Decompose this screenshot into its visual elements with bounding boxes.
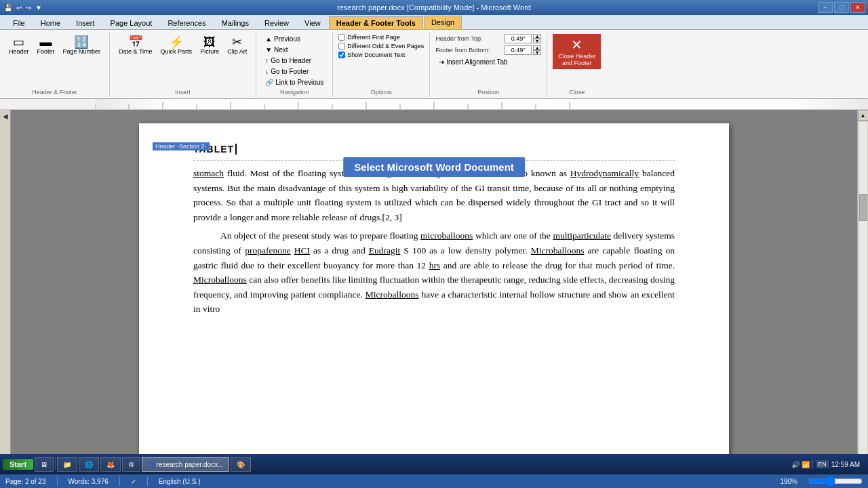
clip-art-icon: ✂ <box>232 36 242 48</box>
tab-design[interactable]: Design <box>424 16 462 29</box>
title-bar: 💾 ↩ ↪ ▼ research paper.docx [Compatibili… <box>0 0 868 15</box>
header-spin-up[interactable]: ▲ <box>533 34 541 39</box>
page-number-btn[interactable]: 🔢 Page Number <box>60 34 104 57</box>
ribbon-nav-items: ▲ Previous ▼ Next ↑ Go to Header ↓ Go to… <box>262 34 327 87</box>
underline-hci: HCI <box>294 245 310 256</box>
link-to-previous-btn[interactable]: 🔗 Link to Previous <box>262 77 327 87</box>
underline-microballoons2: Microballoons <box>531 245 585 256</box>
taskbar-ie[interactable]: 🌐 <box>79 457 99 472</box>
document-header: Header -Section 2- TABLET Select Microso… <box>193 144 675 161</box>
header-spin-down[interactable]: ▼ <box>533 39 541 43</box>
body-paragraph-2: An object of the present study was to pr… <box>193 228 675 317</box>
different-first-page-checkbox[interactable] <box>338 34 345 41</box>
date-icon: 📅 <box>128 36 143 48</box>
select-popup[interactable]: Select Microsoft Word Document <box>343 157 525 177</box>
ribbon-tab-bar: File Home Insert Page Layout References … <box>0 15 868 30</box>
close-header-footer-btn[interactable]: ✕ Close Headerand Footer <box>553 34 601 69</box>
options-checkboxes: Different First Page Different Odd & Eve… <box>338 34 424 58</box>
header-from-top-row: Header from Top: ▲ ▼ <box>435 34 541 43</box>
status-sep-3 <box>147 476 148 486</box>
tab-view[interactable]: View <box>297 16 328 29</box>
header-icon: ▭ <box>13 36 24 48</box>
scroll-thumb[interactable] <box>859 194 867 221</box>
taskbar-word[interactable]: W research paper.docx... <box>142 457 229 472</box>
clock-time: 12:59 AM <box>831 461 860 468</box>
left-sidebar-toggle[interactable]: ◀ <box>3 113 8 120</box>
zoom-slider[interactable] <box>808 478 863 485</box>
scroll-track[interactable] <box>859 122 867 481</box>
left-sidebar: ◀ <box>0 110 11 488</box>
maximize-btn[interactable]: □ <box>834 2 849 13</box>
date-time-btn[interactable]: 📅 Date & Time <box>115 34 156 57</box>
taskbar-firefox[interactable]: 🦊 <box>100 457 121 472</box>
tab-insert[interactable]: Insert <box>68 16 102 29</box>
scroll-up-arrow[interactable]: ▲ <box>858 110 869 121</box>
different-first-page-option[interactable]: Different First Page <box>338 34 424 41</box>
footer-icon: ▬ <box>40 36 52 48</box>
different-odd-even-option[interactable]: Different Odd & Even Pages <box>338 43 424 49</box>
underline-multiparticulate: multiparticulate <box>553 230 610 241</box>
main-area: ◀ Header -Section 2- TABLET Select Micro… <box>0 110 868 488</box>
insert-alignment-tab-btn[interactable]: ⇥ Insert Alignment Tab <box>435 57 541 67</box>
word-count: Words: 3,976 <box>68 478 108 485</box>
close-btn[interactable]: ✕ <box>850 2 865 13</box>
header-section-label: Header -Section 2- <box>153 142 210 150</box>
ribbon-group-insert: 📅 Date & Time ⚡ Quick Parts 🖼 Picture ✂ … <box>110 33 256 97</box>
ribbon-group-navigation: ▲ Previous ▼ Next ↑ Go to Header ↓ Go to… <box>256 33 333 97</box>
go-to-header-btn[interactable]: ↑ Go to Header <box>262 56 327 66</box>
undo-quick-btn[interactable]: ↩ <box>15 4 23 12</box>
taskbar-ms-paint[interactable]: 🎨 <box>231 457 251 472</box>
show-document-text-option[interactable]: Show Document Text <box>338 52 424 58</box>
minimize-btn[interactable]: − <box>818 2 833 13</box>
picture-btn[interactable]: 🖼 Picture <box>197 34 222 57</box>
tab-review[interactable]: Review <box>257 16 296 29</box>
quick-parts-btn[interactable]: ⚡ Quick Parts <box>157 34 196 57</box>
language-indicator[interactable]: English (U.S.) <box>159 478 201 485</box>
taskbar-explorer[interactable]: 📁 <box>57 457 77 472</box>
ribbon-group-header-footer: ▭ Header ▬ Footer 🔢 Page Number Header &… <box>0 33 110 97</box>
clip-art-btn[interactable]: ✂ Clip Art <box>224 34 250 57</box>
previous-btn[interactable]: ▲ Previous <box>262 34 327 44</box>
language-tray[interactable]: EN <box>816 460 829 468</box>
page-indicator: Page: 2 of 23 <box>5 478 46 485</box>
taskbar-show-desktop[interactable]: 🖥 <box>35 457 54 472</box>
footer-from-bottom-input[interactable] <box>505 45 532 55</box>
quick-parts-icon: ⚡ <box>169 36 184 48</box>
tab-header-footer-tools[interactable]: Header & Footer Tools <box>329 16 423 29</box>
dropdown-quick-btn[interactable]: ▼ <box>34 4 43 12</box>
ribbon-hf-items: ▭ Header ▬ Footer 🔢 Page Number <box>5 34 104 57</box>
tab-home[interactable]: Home <box>33 16 68 29</box>
clock: 12:59 AM <box>831 461 860 468</box>
page-number-icon: 🔢 <box>74 36 89 48</box>
footer-btn[interactable]: ▬ Footer <box>34 34 58 57</box>
spell-check-indicator[interactable]: ✓ <box>131 478 136 485</box>
insert-group-label: Insert <box>115 87 250 96</box>
go-footer-icon: ↓ <box>265 68 269 75</box>
redo-quick-btn[interactable]: ↪ <box>24 4 33 12</box>
go-to-footer-btn[interactable]: ↓ Go to Footer <box>262 66 327 77</box>
footer-spin-down[interactable]: ▼ <box>533 50 541 55</box>
status-bar: Page: 2 of 23 Words: 3,976 ✓ English (U.… <box>0 474 868 488</box>
tab-mailings[interactable]: Mailings <box>214 16 256 29</box>
show-document-text-checkbox[interactable] <box>338 52 345 58</box>
ribbon-group-close: ✕ Close Headerand Footer Close <box>547 33 606 97</box>
header-from-top-label: Header from Top: <box>435 35 503 42</box>
underline-microballoons3: Microballoons <box>193 274 247 285</box>
save-quick-btn[interactable]: 💾 <box>3 4 14 12</box>
tab-references[interactable]: References <box>160 16 213 29</box>
header-from-top-input[interactable] <box>505 34 532 43</box>
close-hf-icon: ✕ <box>571 37 583 53</box>
footer-spin-up[interactable]: ▲ <box>533 45 541 50</box>
tab-page-layout[interactable]: Page Layout <box>103 16 160 29</box>
taskbar-chrome[interactable]: ⚙ <box>122 457 140 472</box>
taskbar-sep <box>55 458 56 471</box>
start-button[interactable]: Start <box>3 459 33 470</box>
tab-file[interactable]: File <box>5 16 33 29</box>
hf-group-label: Header & Footer <box>5 87 104 96</box>
header-btn[interactable]: ▭ Header <box>5 34 33 57</box>
different-odd-even-checkbox[interactable] <box>338 43 345 49</box>
alignment-tab-icon: ⇥ <box>439 58 444 66</box>
underline-microballoons1: microballoons <box>420 230 473 241</box>
next-btn[interactable]: ▼ Next <box>262 45 327 55</box>
footer-spinner: ▲ ▼ <box>533 45 541 55</box>
